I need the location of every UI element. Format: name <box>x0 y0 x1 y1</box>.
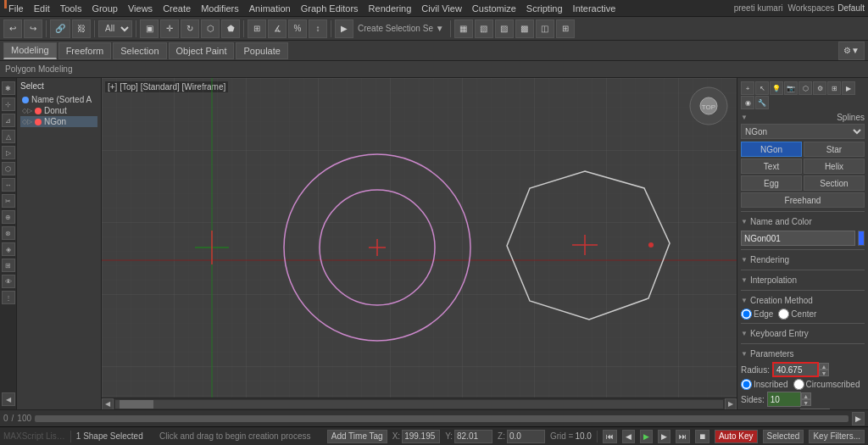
percent-snap-button[interactable]: % <box>288 19 307 38</box>
menu-scripting[interactable]: Scripting <box>521 3 568 14</box>
viewport-nav[interactable]: TOP <box>687 85 730 127</box>
tb-btn3[interactable]: ▨ <box>495 19 514 38</box>
move-button[interactable]: ✛ <box>160 19 179 38</box>
parameters-header[interactable]: Parameters <box>741 348 865 360</box>
add-time-tag-button[interactable]: Add Time Tag <box>327 430 387 443</box>
viewport-config-button[interactable]: ⚙▼ <box>838 42 865 60</box>
tb-btn6[interactable]: ⊞ <box>556 19 575 38</box>
radius-input[interactable] <box>772 362 819 377</box>
spline-freehand-button[interactable]: Freehand <box>741 192 865 208</box>
tab-modeling[interactable]: Modeling <box>3 42 57 59</box>
rotate-button[interactable]: ↻ <box>181 19 199 38</box>
auto-key-button[interactable]: Auto Key <box>715 430 758 443</box>
tb-btn2[interactable]: ▧ <box>475 19 493 38</box>
spline-star-button[interactable]: Star <box>804 142 865 157</box>
list-item-ngon[interactable]: ◇▷ NGon <box>20 116 97 127</box>
tab-freeform[interactable]: Freeform <box>58 42 112 59</box>
rp-icon-motion[interactable]: ▶ <box>842 81 855 95</box>
scroll-right-button[interactable]: ▶ <box>725 398 737 410</box>
sidebar-icon-3[interactable]: ⊿ <box>2 114 15 127</box>
menu-views[interactable]: Views <box>123 3 158 14</box>
radius-down-arrow[interactable]: ▼ <box>819 370 829 376</box>
angle-snap-button[interactable]: ∡ <box>268 19 287 38</box>
menu-graph-editors[interactable]: Graph Editors <box>296 3 364 14</box>
spinner-snap-button[interactable]: ↕ <box>309 19 327 38</box>
spline-egg-button[interactable]: Egg <box>741 175 802 191</box>
redo-button[interactable]: ↪ <box>24 19 42 38</box>
rp-icon-cursor[interactable]: ↖ <box>755 81 769 95</box>
key-filters-button[interactable]: Key Filters... <box>809 430 865 443</box>
spline-ngon-button[interactable]: NGon <box>741 142 802 157</box>
sidebar-icon-9[interactable]: ⊕ <box>2 210 15 224</box>
menu-group[interactable]: Group <box>86 3 123 14</box>
scroll-track[interactable] <box>115 400 723 409</box>
menu-animation[interactable]: Animation <box>244 3 296 14</box>
rp-icon-utilities[interactable]: 🔧 <box>755 96 769 109</box>
menu-rendering[interactable]: Rendering <box>364 3 417 14</box>
z-input[interactable] <box>507 430 545 443</box>
sidebar-icon-10[interactable]: ⊗ <box>2 226 15 240</box>
center-radio[interactable] <box>778 309 789 320</box>
list-item-name[interactable]: Name (Sorted A <box>20 94 97 105</box>
select-filter-dropdown[interactable]: All <box>98 20 132 37</box>
menu-customize[interactable]: Customize <box>467 3 521 14</box>
menu-modifiers[interactable]: Modifiers <box>196 3 244 14</box>
timeline-btn[interactable]: ▶ <box>852 412 865 426</box>
sidebar-icon-4[interactable]: △ <box>2 130 15 143</box>
sidebar-icon-7[interactable]: ↔ <box>2 178 15 192</box>
tb-btn1[interactable]: ▦ <box>454 19 473 38</box>
sidebar-icon-2[interactable]: ⊹ <box>2 97 15 111</box>
menu-edit[interactable]: Edit <box>29 3 55 14</box>
name-color-section-header[interactable]: Name and Color <box>741 215 865 228</box>
sidebar-icon-6[interactable]: ⬡ <box>2 162 15 175</box>
goto-start-button[interactable]: ⏮ <box>603 430 617 443</box>
menu-tools[interactable]: Tools <box>55 3 87 14</box>
undo-button[interactable]: ↩ <box>3 19 22 38</box>
scale-button[interactable]: ⬡ <box>201 19 220 38</box>
y-input[interactable] <box>454 430 492 443</box>
sidebar-toggle-button[interactable]: ◀ <box>2 392 15 406</box>
unlink-button[interactable]: ⛓ <box>72 19 91 38</box>
rp-icon-display[interactable]: ◉ <box>741 96 754 109</box>
snap-button[interactable]: ⊞ <box>248 19 266 38</box>
keyboard-entry-header[interactable]: Keyboard Entry <box>741 327 865 340</box>
sidebar-icon-8[interactable]: ✂ <box>2 194 15 208</box>
spline-section-button[interactable]: Section <box>804 175 865 191</box>
sidebar-icon-1[interactable]: ✱ <box>2 81 15 95</box>
creation-method-header[interactable]: Creation Method <box>741 294 865 307</box>
menu-file[interactable]: File <box>3 3 29 14</box>
center-radio-label[interactable]: Center <box>778 309 816 320</box>
menu-create[interactable]: Create <box>158 3 196 14</box>
menu-civil-view[interactable]: Civil View <box>416 3 466 14</box>
sides-down-arrow[interactable]: ▼ <box>801 399 811 406</box>
render-button[interactable]: ▶ <box>335 19 353 38</box>
timeline-slider[interactable] <box>35 415 849 422</box>
menu-interactive[interactable]: Interactive <box>568 3 621 14</box>
circumscribed-radio[interactable] <box>793 379 804 390</box>
sides-up-arrow[interactable]: ▲ <box>801 392 811 399</box>
play-button[interactable]: ▶ <box>640 430 653 443</box>
link-button[interactable]: 🔗 <box>50 19 70 38</box>
x-input[interactable] <box>402 430 440 443</box>
sidebar-icon-12[interactable]: ⊞ <box>2 259 15 272</box>
circumscribed-label[interactable]: Circumscribed <box>793 379 860 390</box>
rp-icon-modify[interactable]: ⚙ <box>813 81 826 95</box>
radius-up-arrow[interactable]: ▲ <box>819 363 829 370</box>
next-frame-button[interactable]: ▶ <box>658 430 670 443</box>
viewport[interactable]: [+] [Top] [Standard] [Wireframe] <box>102 78 737 398</box>
rp-icon-plus[interactable]: + <box>741 81 754 95</box>
spline-text-button[interactable]: Text <box>741 159 802 174</box>
edge-radio-label[interactable]: Edge <box>741 309 773 320</box>
scroll-left-button[interactable]: ◀ <box>102 398 114 410</box>
color-swatch[interactable] <box>858 231 865 246</box>
tab-selection[interactable]: Selection <box>113 42 166 59</box>
tab-object-paint[interactable]: Object Paint <box>169 42 235 59</box>
rp-icon-hierarchy[interactable]: ⊞ <box>827 81 841 95</box>
selected-button[interactable]: Selected <box>763 430 804 443</box>
toggle-playback-button[interactable]: ⏹ <box>695 430 709 443</box>
interpolation-section-header[interactable]: Interpolation <box>741 274 865 286</box>
sidebar-icon-5[interactable]: ▷ <box>2 146 15 159</box>
select-button[interactable]: ▣ <box>140 19 159 38</box>
sidebar-icon-11[interactable]: ◈ <box>2 242 15 256</box>
sidebar-icon-14[interactable]: ⋮ <box>2 291 15 304</box>
